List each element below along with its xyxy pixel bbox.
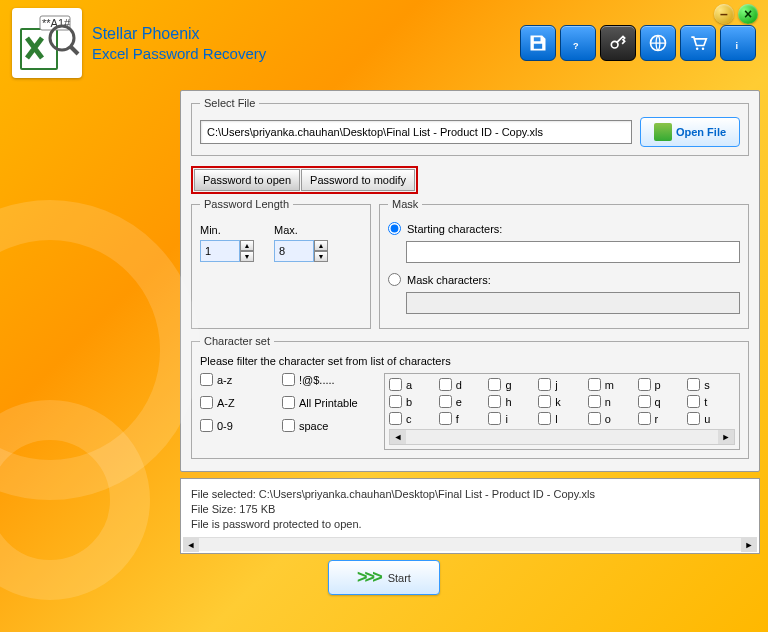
min-down[interactable]: ▼: [240, 251, 254, 262]
status-box: File selected: C:\Users\priyanka.chauhan…: [180, 478, 760, 554]
char-chk-a[interactable]: [389, 378, 402, 391]
min-length-input[interactable]: [200, 240, 240, 262]
password-length-group: Password Length Min. ▲▼ Max. ▲▼: [191, 198, 371, 329]
min-up[interactable]: ▲: [240, 240, 254, 251]
char-chk-h[interactable]: [488, 395, 501, 408]
select-file-legend: Select File: [200, 97, 259, 109]
char-option-o[interactable]: o: [588, 412, 636, 425]
char-option-p[interactable]: p: [638, 378, 686, 391]
char-option-d[interactable]: d: [439, 378, 487, 391]
chk-printable[interactable]: [282, 396, 295, 409]
max-up[interactable]: ▲: [314, 240, 328, 251]
status-scroll-right[interactable]: ►: [741, 538, 757, 552]
char-chk-f[interactable]: [439, 412, 452, 425]
svg-line-5: [70, 46, 78, 54]
file-path-input[interactable]: [200, 120, 632, 144]
chk-az[interactable]: [200, 373, 213, 386]
chk-space[interactable]: [282, 419, 295, 432]
char-option-u[interactable]: u: [687, 412, 735, 425]
password-length-legend: Password Length: [200, 198, 293, 210]
mask-chars-label: Mask characters:: [407, 274, 491, 286]
char-chk-g[interactable]: [488, 378, 501, 391]
max-label: Max.: [274, 224, 328, 236]
app-logo: **A1#: [12, 8, 82, 78]
key-button[interactable]: [600, 25, 636, 61]
starting-chars-input[interactable]: [406, 241, 740, 263]
open-file-button[interactable]: Open File: [640, 117, 740, 147]
mask-chars-radio[interactable]: [388, 273, 401, 286]
charset-instruction: Please filter the character set from lis…: [200, 355, 740, 367]
char-option-e[interactable]: e: [439, 395, 487, 408]
char-chk-m[interactable]: [588, 378, 601, 391]
char-option-c[interactable]: c: [389, 412, 437, 425]
charset-scrollbar[interactable]: ◄ ►: [389, 429, 735, 445]
char-option-r[interactable]: r: [638, 412, 686, 425]
tab-password-open[interactable]: Password to open: [194, 169, 300, 191]
char-option-q[interactable]: q: [638, 395, 686, 408]
char-chk-o[interactable]: [588, 412, 601, 425]
password-tabs: Password to open Password to modify: [191, 166, 418, 194]
chk-AZ[interactable]: [200, 396, 213, 409]
scroll-left-icon[interactable]: ◄: [390, 430, 406, 444]
char-chk-k[interactable]: [538, 395, 551, 408]
start-button[interactable]: >>> Start: [328, 560, 440, 595]
chevron-right-icon: >>>: [357, 567, 380, 588]
mask-group: Mask Starting characters: Mask character…: [379, 198, 749, 329]
char-chk-c[interactable]: [389, 412, 402, 425]
char-option-m[interactable]: m: [588, 378, 636, 391]
char-option-t[interactable]: t: [687, 395, 735, 408]
char-option-l[interactable]: l: [538, 412, 586, 425]
chk-09[interactable]: [200, 419, 213, 432]
char-chk-r[interactable]: [638, 412, 651, 425]
tab-password-modify[interactable]: Password to modify: [301, 169, 415, 191]
app-subtitle: Excel Password Recovery: [92, 45, 520, 62]
info-button[interactable]: i: [720, 25, 756, 61]
starting-chars-radio[interactable]: [388, 222, 401, 235]
char-chk-q[interactable]: [638, 395, 651, 408]
status-scroll-left[interactable]: ◄: [183, 538, 199, 552]
char-chk-j[interactable]: [538, 378, 551, 391]
svg-text:?: ?: [573, 41, 579, 51]
char-chk-s[interactable]: [687, 378, 700, 391]
max-length-input[interactable]: [274, 240, 314, 262]
char-option-s[interactable]: s: [687, 378, 735, 391]
mask-chars-input: [406, 292, 740, 314]
char-chk-n[interactable]: [588, 395, 601, 408]
open-file-icon: [654, 123, 672, 141]
char-chk-e[interactable]: [439, 395, 452, 408]
cart-button[interactable]: [680, 25, 716, 61]
char-chk-p[interactable]: [638, 378, 651, 391]
char-option-b[interactable]: b: [389, 395, 437, 408]
start-label: Start: [388, 572, 411, 584]
char-option-n[interactable]: n: [588, 395, 636, 408]
char-option-f[interactable]: f: [439, 412, 487, 425]
char-chk-u[interactable]: [687, 412, 700, 425]
char-chk-l[interactable]: [538, 412, 551, 425]
char-option-k[interactable]: k: [538, 395, 586, 408]
help-button[interactable]: ?: [560, 25, 596, 61]
max-down[interactable]: ▼: [314, 251, 328, 262]
open-file-label: Open File: [676, 126, 726, 138]
globe-button[interactable]: [640, 25, 676, 61]
svg-point-9: [696, 48, 699, 51]
scroll-right-icon[interactable]: ►: [718, 430, 734, 444]
status-line-2: File Size: 175 KB: [191, 502, 749, 517]
char-chk-t[interactable]: [687, 395, 700, 408]
min-label: Min.: [200, 224, 254, 236]
svg-point-10: [702, 48, 705, 51]
chk-symbols[interactable]: [282, 373, 295, 386]
char-chk-i[interactable]: [488, 412, 501, 425]
status-line-3: File is password protected to open.: [191, 517, 749, 532]
char-option-a[interactable]: a: [389, 378, 437, 391]
char-option-h[interactable]: h: [488, 395, 536, 408]
charset-group: Character set Please filter the characte…: [191, 335, 749, 459]
status-scrollbar[interactable]: ◄ ►: [183, 537, 757, 551]
char-option-j[interactable]: j: [538, 378, 586, 391]
save-button[interactable]: [520, 25, 556, 61]
charset-legend: Character set: [200, 335, 274, 347]
char-chk-d[interactable]: [439, 378, 452, 391]
select-file-group: Select File Open File: [191, 97, 749, 156]
char-option-i[interactable]: i: [488, 412, 536, 425]
char-chk-b[interactable]: [389, 395, 402, 408]
char-option-g[interactable]: g: [488, 378, 536, 391]
